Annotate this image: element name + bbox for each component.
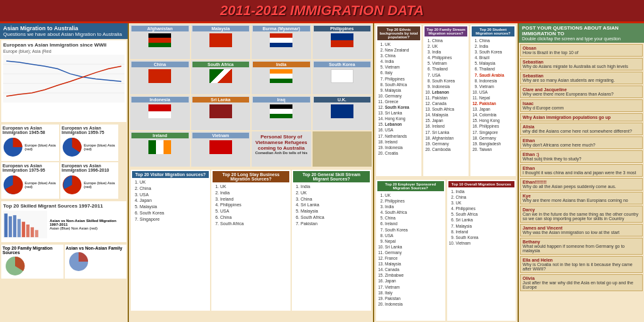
list-item: India	[220, 190, 289, 196]
student-header: Top 20 Student Migration sources?	[472, 26, 514, 36]
pie-svg-4	[62, 172, 82, 197]
list-item: South Africa	[385, 82, 420, 87]
flag-southkorea	[331, 69, 353, 83]
list-item: Brazil	[479, 55, 514, 60]
q-item-isaac: Isaac Why d Europe comm	[520, 99, 643, 112]
list-item: Saudi Arabia	[479, 72, 514, 78]
country-name-indonesia: Indonesia	[131, 97, 189, 103]
line-chart-area: European vs Asian Immigration since WWII…	[1, 40, 126, 122]
asian-family-chart	[66, 250, 104, 272]
list-item: Afghanistan	[432, 135, 467, 141]
list-item: Nepal	[385, 238, 444, 244]
overall-header: Top 10 Overall Migration Sources	[448, 181, 515, 187]
country-card-empty2	[313, 131, 372, 167]
page-title: 2011-2012 IMMIGRATION DATA	[0, 0, 644, 23]
country-name-southkorea: South Korea	[314, 62, 371, 67]
list-item: Philippines	[456, 206, 515, 211]
list-item: UK	[385, 192, 444, 198]
list-item: Taiwan	[479, 147, 514, 152]
list-item: Ireland	[385, 139, 420, 145]
flag-vietnam	[209, 140, 232, 154]
q-item-kye: Kye Why are there more Asians than Europ…	[520, 192, 643, 204]
mid-panel: Afghanistan Malaysia Burma (Myanmar) Phi…	[129, 23, 374, 322]
list-item: Sri Lanka	[301, 202, 370, 208]
questions-panel: POST YOUR QUESTIONS ABOUT ASIAN IMMIGRAT…	[519, 23, 644, 322]
country-card-philippines: Philippines	[313, 25, 372, 59]
country-card-china: China	[130, 60, 190, 95]
generalskill-header: Top 20 General Skill Stream Migrant Sour…	[293, 171, 370, 182]
list-item: China	[479, 38, 514, 43]
line-chart-title: European vs Asian Immigration since WWII	[3, 42, 125, 48]
country-card-afghanistan: Afghanistan	[130, 25, 190, 59]
list-item: USA	[385, 127, 420, 133]
list-item: UK	[220, 184, 289, 190]
country-card-empty1: Personal Story of Vietnamese Refugees co…	[252, 131, 311, 167]
q-item-sebastian2: Sebastian Why are so many Asian students…	[520, 72, 643, 84]
list-item: Netherlands	[385, 133, 420, 139]
list-item: Greece	[385, 99, 420, 104]
list-item: Malaysia	[301, 208, 370, 214]
line-chart-subtitle: Europe (blue); Asia (Red	[3, 49, 125, 53]
family-col: Top 20 Family Stream Migration sources? …	[423, 25, 469, 176]
q-item-ethan2: Ethan I thought it was china and india a…	[520, 164, 643, 177]
svg-rect-12	[13, 215, 16, 237]
list-item: China	[385, 53, 420, 58]
list-item: China	[456, 194, 515, 200]
left-panel: Asian Migration to Australia Questions w…	[0, 23, 129, 322]
list-item: Hong Kong	[479, 118, 514, 123]
list-item: Cambodia	[432, 147, 467, 152]
q-item-darcy: Darcy Can we in the future do the same t…	[520, 206, 643, 223]
visitor-list: UK China USA Japan Malaysia South Korea …	[132, 179, 209, 223]
list-item: Germany	[385, 250, 444, 255]
q-item-jamesvin: James and Vincent Why was the Asian immi…	[520, 224, 643, 236]
list-item: Malaysia	[140, 204, 209, 210]
list-item: Pakistan	[301, 221, 370, 227]
list-item: USA	[385, 233, 444, 238]
list-item: Sri Lanka	[432, 130, 467, 135]
list-item: Italy	[385, 290, 444, 296]
country-card-srilanka: Sri Lanka	[191, 96, 251, 130]
list-item: Ireland	[456, 229, 515, 235]
flag-malaysia	[209, 33, 232, 47]
list-item: USA	[479, 89, 514, 95]
list-item: New Zealand	[385, 47, 420, 53]
q-item-ethan-smiley: Ethan :) What subj think they to study?	[520, 150, 643, 163]
overall-list: India China UK Philippines South Africa …	[448, 189, 515, 246]
ethnic-list: UK New Zealand China India Vietnam Italy…	[377, 42, 420, 156]
overall-col: Top 10 Overall Migration Sources India C…	[447, 180, 516, 321]
list-item: Canada	[385, 267, 444, 272]
line-chart-svg	[3, 53, 125, 104]
longstay-col: Top 20 Long Stay Business Migration Sour…	[211, 170, 291, 311]
list-item: Germany	[432, 141, 467, 147]
list-item: UK	[301, 190, 370, 196]
svg-rect-10	[4, 214, 8, 238]
country-name-philippines: Philippines	[314, 26, 371, 31]
list-item: Vietnam	[385, 64, 420, 70]
list-item: UK	[432, 43, 467, 49]
list-item: South Korea	[140, 210, 209, 216]
list-item: Thailand	[432, 66, 467, 72]
pie-svg-2	[62, 135, 82, 160]
q-item-olivia: Olivia Just after the war why did the As…	[520, 274, 643, 291]
list-item: Pakistan	[385, 296, 444, 301]
questions-subheader: Double click/tap the screen and type you…	[522, 36, 641, 41]
pie-chart-row: European vs Asian Immigration 1945-58 Eu…	[0, 123, 128, 200]
employer-header: Top 20 Employer Sponsored Migration Sour…	[377, 181, 444, 191]
country-name-vietnam: Vietnam	[192, 133, 250, 138]
pie-svg-3	[3, 172, 23, 197]
country-card-indonesia: Indonesia	[130, 96, 190, 130]
flag-philippines	[331, 33, 353, 47]
list-item: India	[479, 43, 514, 49]
questions-list: Obsan How is Brazil in the top 10 of Seb…	[519, 43, 644, 322]
list-item: Malaysia	[385, 261, 444, 267]
list-item: Singapore	[479, 130, 514, 135]
list-item: Malaysia	[456, 223, 515, 229]
list-item: Vietnam	[456, 240, 515, 246]
flag-uk	[331, 104, 353, 118]
family-header: Top 20 Family Stream Migration sources?	[425, 26, 467, 36]
list-item: UK	[385, 42, 420, 47]
list-item: South Korea	[385, 227, 444, 233]
svg-rect-17	[35, 230, 38, 237]
q-item-ethan3: Ethan!!!!!!!! Why do all the Asian peeps…	[520, 178, 643, 191]
country-card-southkorea: South Korea	[313, 60, 372, 95]
